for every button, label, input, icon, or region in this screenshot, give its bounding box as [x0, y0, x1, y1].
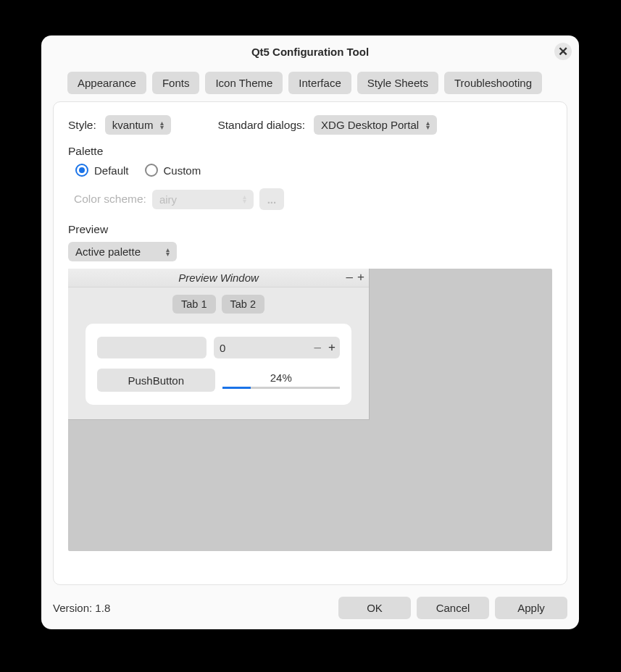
preview-minimize-button[interactable]: –	[346, 270, 353, 285]
preview-maximize-button[interactable]: +	[357, 270, 364, 285]
style-select-value: kvantum	[112, 119, 154, 131]
preview-spinbox-plus[interactable]: +	[328, 340, 335, 355]
preview-tab-2[interactable]: Tab 2	[222, 295, 264, 314]
radio-icon	[145, 164, 158, 177]
color-scheme-select: airy ▴▾	[152, 190, 254, 209]
preview-palette-select[interactable]: Active palette ▴▾	[68, 242, 177, 261]
palette-radio-group: Default Custom	[75, 164, 552, 177]
main-window: Qt5 Configuration Tool ✕ Appearance Font…	[41, 35, 579, 629]
preview-spinbox[interactable]: 0 – +	[214, 337, 340, 358]
color-scheme-value: airy	[159, 193, 177, 206]
preview-pushbutton[interactable]: PushButton	[97, 369, 215, 392]
chevron-updown-icon: ▴▾	[426, 121, 430, 130]
tab-interface[interactable]: Interface	[288, 72, 351, 94]
palette-custom-radio[interactable]: Custom	[145, 164, 201, 177]
preview-tab-1[interactable]: Tab 1	[172, 295, 215, 314]
preview-pushbutton-label: PushButton	[128, 374, 184, 387]
color-scheme-label: Color scheme:	[74, 193, 146, 206]
cancel-button[interactable]: Cancel	[417, 597, 489, 619]
dialogs-select[interactable]: XDG Desktop Portal ▴▾	[314, 115, 437, 135]
titlebar: Qt5 Configuration Tool ✕	[41, 35, 579, 67]
radio-icon	[75, 164, 88, 177]
preview-heading: Preview	[68, 223, 552, 236]
apply-button[interactable]: Apply	[495, 597, 567, 619]
dialogs-label: Standard dialogs:	[217, 119, 305, 132]
chevron-updown-icon: ▴▾	[166, 248, 170, 256]
preview-tabs: Tab 1 Tab 2	[68, 287, 369, 318]
preview-window-titlebar: Preview Window – +	[68, 269, 369, 287]
main-tabstrip: Appearance Fonts Icon Theme Interface St…	[41, 67, 579, 101]
window-title: Qt5 Configuration Tool	[251, 46, 369, 58]
style-label: Style:	[68, 119, 96, 132]
version-label: Version: 1.8	[53, 602, 110, 614]
tab-fonts[interactable]: Fonts	[152, 72, 200, 94]
style-row: Style: kvantum ▴▾ Standard dialogs: XDG …	[68, 115, 552, 135]
palette-custom-label: Custom	[164, 164, 201, 177]
preview-progress-track	[222, 387, 341, 389]
preview-window: Preview Window – + Tab 1 Tab 2 0	[68, 269, 370, 420]
preview-palette-row: Active palette ▴▾	[68, 242, 552, 261]
palette-default-radio[interactable]: Default	[75, 164, 129, 177]
preview-spinbox-value: 0	[220, 342, 225, 354]
style-select[interactable]: kvantum ▴▾	[105, 115, 172, 135]
close-icon: ✕	[558, 46, 568, 58]
preview-text-input[interactable]	[97, 337, 207, 358]
tab-appearance[interactable]: Appearance	[67, 72, 146, 94]
chevron-updown-icon: ▴▾	[160, 121, 164, 130]
close-button[interactable]: ✕	[554, 43, 572, 60]
color-scheme-row: Color scheme: airy ▴▾ ...	[74, 188, 552, 210]
palette-default-label: Default	[94, 164, 129, 177]
preview-progress-label: 24%	[270, 371, 292, 384]
footer: Version: 1.8 OK Cancel Apply	[41, 591, 579, 629]
tab-icon-theme[interactable]: Icon Theme	[205, 72, 283, 94]
dialogs-select-value: XDG Desktop Portal	[321, 119, 419, 131]
preview-progressbar: 24%	[222, 369, 341, 392]
tab-style-sheets[interactable]: Style Sheets	[357, 72, 438, 94]
ellipsis-icon: ...	[267, 193, 277, 206]
ok-button[interactable]: OK	[338, 597, 411, 619]
preview-spinbox-minus[interactable]: –	[314, 340, 321, 355]
color-scheme-browse-button: ...	[259, 188, 284, 210]
preview-progress-fill	[222, 387, 251, 389]
preview-window-title: Preview Window	[178, 272, 259, 284]
preview-palette-select-value: Active palette	[75, 245, 141, 258]
palette-heading: Palette	[68, 145, 552, 158]
chevron-updown-icon: ▴▾	[243, 195, 246, 203]
preview-card: 0 – + PushButton 24%	[86, 324, 351, 405]
tab-troubleshooting[interactable]: Troubleshooting	[444, 72, 542, 94]
content-panel: Style: kvantum ▴▾ Standard dialogs: XDG …	[53, 101, 567, 585]
preview-area: Preview Window – + Tab 1 Tab 2 0	[68, 269, 552, 551]
